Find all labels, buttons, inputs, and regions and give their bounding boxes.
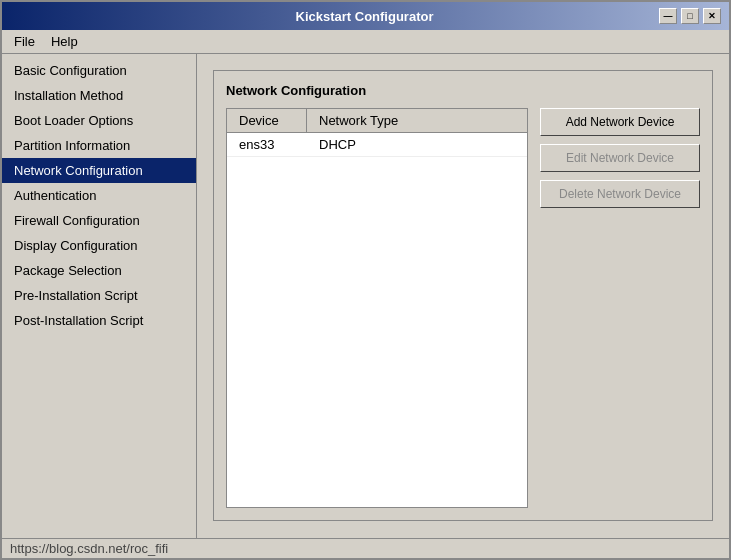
table-row[interactable]: ens33 DHCP (227, 133, 527, 157)
close-button[interactable]: ✕ (703, 8, 721, 24)
sidebar-item-pre-install[interactable]: Pre-Installation Script (2, 283, 196, 308)
sidebar-item-authentication[interactable]: Authentication (2, 183, 196, 208)
cell-device: ens33 (227, 133, 307, 156)
window-title: Kickstart Configurator (70, 9, 659, 24)
status-text: https://blog.csdn.net/roc_fifi (10, 541, 168, 556)
sidebar-item-display-config[interactable]: Display Configuration (2, 233, 196, 258)
maximize-button[interactable]: □ (681, 8, 699, 24)
section-title: Network Configuration (226, 83, 700, 98)
sidebar: Basic Configuration Installation Method … (2, 54, 197, 538)
network-config-section: Network Configuration Device Network Typ… (213, 70, 713, 521)
buttons-panel: Add Network Device Edit Network Device D… (540, 108, 700, 508)
menu-file[interactable]: File (6, 32, 43, 51)
main-window: Kickstart Configurator — □ ✕ File Help B… (0, 0, 731, 560)
status-bar: https://blog.csdn.net/roc_fifi (2, 538, 729, 558)
sidebar-item-package-selection[interactable]: Package Selection (2, 258, 196, 283)
network-table: Device Network Type ens33 DHCP (226, 108, 528, 508)
title-bar: Kickstart Configurator — □ ✕ (2, 2, 729, 30)
sidebar-item-install-method[interactable]: Installation Method (2, 83, 196, 108)
cell-network-type: DHCP (307, 133, 368, 156)
minimize-button[interactable]: — (659, 8, 677, 24)
sidebar-item-firewall-config[interactable]: Firewall Configuration (2, 208, 196, 233)
delete-network-device-button[interactable]: Delete Network Device (540, 180, 700, 208)
menu-help[interactable]: Help (43, 32, 86, 51)
sidebar-item-post-install[interactable]: Post-Installation Script (2, 308, 196, 333)
table-header: Device Network Type (227, 109, 527, 133)
menu-bar: File Help (2, 30, 729, 54)
window-controls: — □ ✕ (659, 8, 721, 24)
main-content: Basic Configuration Installation Method … (2, 54, 729, 538)
sidebar-item-network-config[interactable]: Network Configuration (2, 158, 196, 183)
sidebar-item-basic-config[interactable]: Basic Configuration (2, 58, 196, 83)
header-device: Device (227, 109, 307, 132)
add-network-device-button[interactable]: Add Network Device (540, 108, 700, 136)
sidebar-item-partition-info[interactable]: Partition Information (2, 133, 196, 158)
header-network-type: Network Type (307, 109, 410, 132)
section-inner: Device Network Type ens33 DHCP Add Netwo… (226, 108, 700, 508)
content-area: Network Configuration Device Network Typ… (197, 54, 729, 538)
sidebar-item-boot-loader[interactable]: Boot Loader Options (2, 108, 196, 133)
edit-network-device-button[interactable]: Edit Network Device (540, 144, 700, 172)
